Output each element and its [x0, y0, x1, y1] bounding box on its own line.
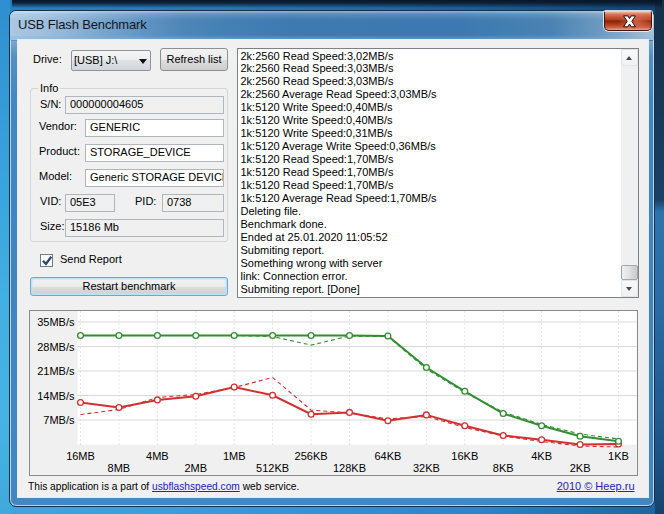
svg-text:256KB: 256KB	[294, 449, 327, 461]
svg-text:2MB: 2MB	[184, 462, 207, 474]
svg-text:14MB/s: 14MB/s	[37, 389, 75, 401]
svg-text:128KB: 128KB	[332, 462, 365, 474]
svg-text:4KB: 4KB	[531, 449, 552, 461]
svg-text:28MB/s: 28MB/s	[37, 340, 75, 352]
svg-text:35MB/s: 35MB/s	[37, 316, 75, 328]
svg-text:1MB: 1MB	[222, 449, 245, 461]
svg-text:4MB: 4MB	[146, 449, 169, 461]
svg-text:8KB: 8KB	[492, 462, 513, 474]
svg-text:21MB/s: 21MB/s	[37, 365, 75, 377]
svg-text:64KB: 64KB	[374, 449, 401, 461]
svg-text:2KB: 2KB	[569, 462, 590, 474]
svg-text:16KB: 16KB	[451, 449, 478, 461]
svg-text:7MB/s: 7MB/s	[43, 414, 75, 426]
svg-text:1KB: 1KB	[608, 449, 629, 461]
svg-text:8MB: 8MB	[107, 462, 130, 474]
svg-text:512KB: 512KB	[256, 462, 289, 474]
svg-text:16MB: 16MB	[66, 449, 95, 461]
svg-text:32KB: 32KB	[412, 462, 439, 474]
